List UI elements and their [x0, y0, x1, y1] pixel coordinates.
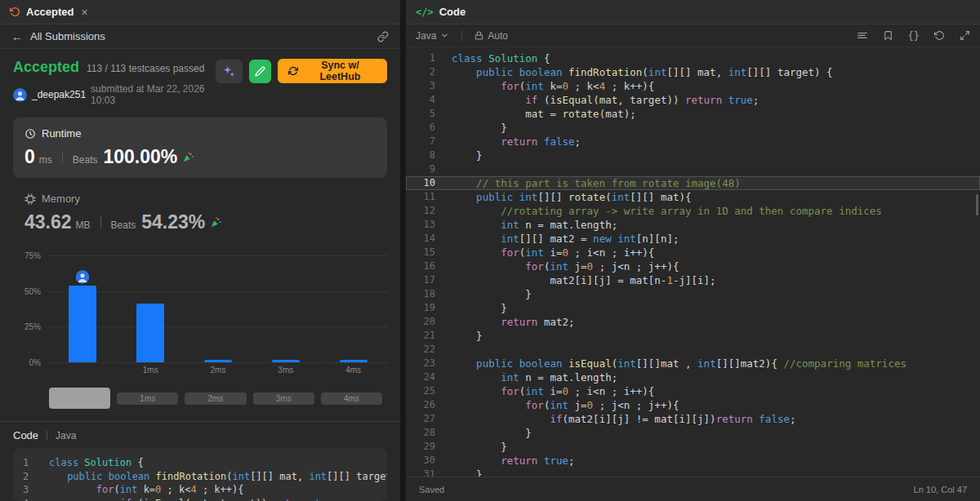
code-line[interactable]: 29 } — [406, 440, 980, 454]
all-submissions-link[interactable]: All Submissions — [30, 30, 105, 42]
brush-block-2ms[interactable]: 2ms — [185, 392, 246, 405]
code-line[interactable]: 11 public int[][] rotate(int[][] mat){ — [406, 190, 980, 204]
runtime-bar-3ms[interactable] — [272, 360, 300, 363]
code-text: class Solution { — [452, 51, 550, 65]
chevron-down-icon[interactable] — [440, 31, 449, 40]
code-line[interactable]: 5 mat = rotate(mat); — [406, 107, 980, 121]
memory-value: 43.62 — [24, 211, 72, 233]
runtime-card[interactable]: Runtime 0 ms Beats 100.00% — [13, 117, 387, 178]
braces-icon[interactable]: {} — [908, 30, 920, 42]
code-text — [452, 343, 458, 357]
result-tab-title[interactable]: Accepted — [26, 6, 74, 18]
code-line[interactable]: 24 int n = mat.length; — [406, 370, 980, 384]
submissions-subnav: ← All Submissions — [0, 24, 400, 49]
code-line[interactable]: 25 for(int i=0 ; i<n ; i++){ — [406, 384, 980, 398]
code-line[interactable]: 16 for(int j=0 ; j<n ; j++){ — [406, 259, 980, 273]
brush-block-1ms[interactable]: 1ms — [117, 392, 178, 405]
memory-section[interactable]: Memory 43.62 MB Beats 54.23% — [13, 193, 387, 233]
runtime-distribution-chart: 75%50%25%0% 1ms2ms3ms4ms — [13, 248, 387, 377]
line-number: 8 — [406, 149, 435, 162]
code-line[interactable]: 12 //rotating array -> write array in 1D… — [406, 204, 980, 218]
code-line[interactable]: 23 public boolean isEqual(int[][]mat , i… — [406, 357, 980, 370]
chart-ytick-label: 50% — [24, 286, 41, 295]
divider — [47, 431, 47, 441]
cursor-position[interactable]: Ln 10, Col 47 — [914, 485, 967, 494]
code-line[interactable]: 6 } — [406, 121, 980, 135]
ai-sparkle-button[interactable] — [216, 60, 243, 83]
memory-beats-label: Beats — [111, 219, 136, 231]
line-number: 29 — [406, 440, 435, 454]
result-tabbar: Accepted × — [0, 0, 400, 24]
username[interactable]: _deepak251 — [32, 89, 86, 100]
sync-icon — [288, 66, 298, 76]
code-line[interactable]: 4 if (isEqual(mat, target)) return true; — [406, 93, 980, 107]
code-line[interactable]: 3 for(int k=0 ; k<4 ; k++){ — [406, 79, 980, 93]
code-line[interactable]: 1class Solution { — [406, 51, 980, 65]
user-avatar-marker — [76, 270, 90, 284]
back-arrow-icon[interactable]: ← — [11, 30, 23, 43]
code-line[interactable]: 9 — [406, 162, 980, 176]
code-line[interactable]: 7 return false; — [406, 135, 980, 149]
code-line[interactable]: 26 for(int j=0 ; j<n ; j++){ — [406, 398, 980, 412]
code-line[interactable]: 14 int[][] mat2 = new int[n][n]; — [406, 232, 980, 246]
code-line[interactable]: 30 return true; — [406, 454, 980, 468]
runtime-bar-2ms[interactable] — [204, 360, 232, 363]
code-text: } — [452, 426, 532, 440]
code-line[interactable]: 13 int n = mat.length; — [406, 218, 980, 232]
code-text: mat = rotate(mat); — [452, 107, 636, 121]
undo-icon[interactable] — [934, 30, 945, 41]
runtime-bar-0ms[interactable] — [69, 286, 96, 363]
code-text: public boolean findRotation(int[][] mat,… — [43, 470, 387, 484]
line-number: 11 — [406, 190, 435, 204]
close-icon[interactable]: × — [82, 7, 88, 18]
testcases-passed-text: 113 / 113 testcases passed — [87, 63, 204, 74]
editor-tabbar: </> Code — [406, 0, 980, 24]
code-text: } — [452, 287, 532, 301]
code-line[interactable]: 27 if(mat2[i][j] != mat[i][j])return fal… — [406, 412, 980, 426]
chart-xtick-label: 4ms — [319, 366, 387, 375]
code-line[interactable]: 20 return mat2; — [406, 315, 980, 329]
bar-slot — [185, 248, 252, 362]
code-line[interactable]: 28 } — [406, 426, 980, 440]
language-selector[interactable]: Java — [416, 30, 436, 42]
code-line[interactable]: 22 — [406, 343, 980, 357]
editor-statusbar: Saved Ln 10, Col 47 — [406, 477, 980, 501]
brush-selected-block[interactable] — [49, 388, 110, 409]
editor-scrollbar[interactable] — [976, 194, 978, 215]
sync-leethub-button[interactable]: Sync w/ LeetHub — [278, 59, 387, 83]
code-editor[interactable]: 1class Solution {2 public boolean findRo… — [406, 47, 980, 477]
code-line[interactable]: 19 } — [406, 301, 980, 315]
runtime-bar-4ms[interactable] — [340, 360, 368, 363]
format-code-icon[interactable] — [857, 30, 868, 42]
runtime-bar-1ms[interactable] — [136, 304, 164, 362]
line-number: 3 — [23, 483, 34, 497]
editor-toolbar: Java Auto {} — [406, 24, 980, 47]
code-line[interactable]: 18 } — [406, 287, 980, 301]
code-tab-title[interactable]: Code — [439, 6, 466, 18]
line-number: 3 — [406, 79, 435, 93]
clock-icon — [24, 128, 36, 140]
code-line[interactable]: 15 for(int i=0 ; i<n ; i++){ — [406, 246, 980, 259]
line-number: 14 — [406, 232, 435, 246]
code-line[interactable]: 31 } — [406, 468, 980, 477]
code-text: int[][] mat2 = new int[n][n]; — [452, 232, 679, 246]
brush-block-3ms[interactable]: 3ms — [253, 392, 314, 405]
bar-slot — [319, 248, 387, 362]
bookmark-icon[interactable] — [883, 30, 893, 41]
expand-icon[interactable] — [960, 30, 970, 41]
line-number: 4 — [406, 93, 435, 107]
code-line: 1class Solution { — [23, 456, 377, 470]
code-line[interactable]: 21 } — [406, 329, 980, 343]
auto-save-label[interactable]: Auto — [488, 30, 508, 42]
copy-link-icon[interactable] — [377, 31, 389, 42]
code-line[interactable]: 10 // this part is taken from rotate ima… — [406, 176, 980, 190]
code-line[interactable]: 2 public boolean findRotation(int[][] ma… — [406, 65, 980, 79]
edit-note-button[interactable] — [249, 60, 271, 83]
code-text: } — [452, 121, 507, 135]
code-line[interactable]: 8 } — [406, 149, 980, 162]
brush-block-4ms[interactable]: 4ms — [321, 392, 382, 405]
line-number: 19 — [406, 301, 435, 315]
code-line[interactable]: 17 mat2[i][j] = mat[n-1-j][i]; — [406, 273, 980, 287]
chart-y-axis: 75%50%25%0% — [13, 248, 49, 362]
line-number: 10 — [406, 176, 435, 190]
